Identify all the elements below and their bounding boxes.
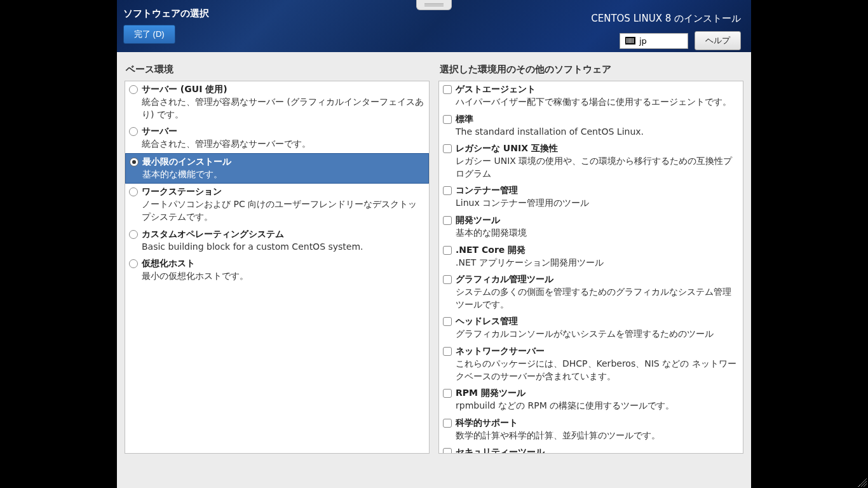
option-label: グラフィカル管理ツール: [456, 274, 738, 285]
radio-icon[interactable]: [129, 259, 138, 268]
keyboard-indicator[interactable]: jp: [620, 33, 688, 49]
checkbox-icon[interactable]: [443, 115, 452, 124]
option-label: レガシーな UNIX 互換性: [456, 143, 738, 154]
keyboard-icon: [625, 37, 635, 44]
base-env-title: ベース環境: [125, 64, 430, 76]
addon-option[interactable]: ヘッドレス管理グラフィカルコンソールがないシステムを管理するためのツール: [439, 313, 743, 343]
option-label: .NET Core 開発: [456, 245, 738, 256]
option-desc: これらのパッケージには、DHCP、Kerberos、NIS などの ネットワーク…: [456, 358, 738, 383]
done-button[interactable]: 完了 (D): [123, 25, 175, 44]
addon-option[interactable]: ゲストエージェントハイパーバイザー配下で稼働する場合に使用するエージェントです。: [439, 81, 743, 111]
option-label: ネットワークサーバー: [456, 346, 738, 357]
option-label: ワークステーション: [142, 186, 424, 198]
content: ベース環境 サーバー (GUI 使用)統合された、管理が容易なサーバー (グラフ…: [117, 52, 751, 454]
addon-option[interactable]: 開発ツール基本的な開発環境: [439, 212, 743, 242]
option-label: RPM 開発ツール: [456, 388, 738, 399]
option-label: 仮想化ホスト: [142, 258, 424, 269]
base-env-option[interactable]: サーバー (GUI 使用)統合された、管理が容易なサーバー (グラフィカルインタ…: [125, 81, 429, 123]
option-desc: ノートパソコンおよび PC 向けのユーザーフレンドリーなデスクトップシステムです…: [142, 198, 424, 223]
addon-option[interactable]: 標準The standard installation of CentOS Li…: [439, 111, 743, 141]
base-env-list[interactable]: サーバー (GUI 使用)統合された、管理が容易なサーバー (グラフィカルインタ…: [125, 81, 430, 454]
option-label: 開発ツール: [456, 215, 738, 226]
option-desc: 統合された、管理が容易なサーバー (グラフィカルインターフェイスあり) です。: [142, 96, 424, 121]
addon-option[interactable]: .NET Core 開発.NET アプリケーション開発用ツール: [439, 242, 743, 272]
keyboard-layout: jp: [639, 36, 647, 46]
option-label: ゲストエージェント: [456, 84, 738, 95]
option-label: ヘッドレス管理: [456, 316, 738, 327]
header-right: CENTOS LINUX 8 のインストール jp ヘルプ: [591, 13, 741, 50]
addon-option[interactable]: ネットワークサーバーこれらのパッケージには、DHCP、Kerberos、NIS …: [439, 343, 743, 385]
option-desc: Basic building block for a custom CentOS…: [142, 241, 424, 254]
option-label: セキュリティーツール: [456, 447, 738, 454]
checkbox-icon[interactable]: [443, 419, 452, 428]
base-env-option[interactable]: サーバー統合された、管理が容易なサーバーです。: [125, 123, 429, 153]
checkbox-icon[interactable]: [443, 275, 452, 284]
checkbox-icon[interactable]: [443, 347, 452, 356]
checkbox-icon[interactable]: [443, 186, 452, 195]
addons-title: 選択した環境用のその他のソフトウェア: [438, 64, 743, 76]
radio-icon[interactable]: [129, 85, 138, 94]
checkbox-icon[interactable]: [443, 389, 452, 398]
option-desc: 統合された、管理が容易なサーバーです。: [142, 138, 424, 151]
option-label: サーバー (GUI 使用): [142, 84, 424, 95]
option-desc: The standard installation of CentOS Linu…: [456, 126, 738, 139]
option-desc: 基本的な機能です。: [142, 168, 423, 181]
resize-grip-icon[interactable]: [858, 478, 867, 487]
checkbox-icon[interactable]: [443, 85, 452, 94]
base-env-option[interactable]: 最小限のインストール基本的な機能です。: [125, 153, 429, 184]
option-desc: rpmbuild などの RPM の構築に使用するツールです。: [456, 400, 738, 412]
checkbox-icon[interactable]: [443, 246, 452, 255]
option-label: サーバー: [142, 126, 424, 137]
radio-icon[interactable]: [129, 230, 138, 239]
installer-window: ソフトウェアの選択 完了 (D) CENTOS LINUX 8 のインストール …: [117, 0, 751, 488]
help-button[interactable]: ヘルプ: [695, 31, 741, 50]
addon-option[interactable]: コンテナー管理Linux コンテナー管理用のツール: [439, 182, 743, 212]
addon-option[interactable]: RPM 開発ツールrpmbuild などの RPM の構築に使用するツールです。: [439, 385, 743, 415]
option-desc: ハイパーバイザー配下で稼働する場合に使用するエージェントです。: [456, 96, 738, 109]
checkbox-icon[interactable]: [443, 317, 452, 326]
option-label: 科学的サポート: [456, 417, 738, 429]
radio-icon[interactable]: [130, 158, 139, 166]
option-label: 標準: [456, 114, 738, 125]
option-desc: グラフィカルコンソールがないシステムを管理するためのツール: [456, 328, 738, 341]
drag-handle-icon: [416, 0, 452, 10]
option-label: コンテナー管理: [456, 185, 738, 196]
addon-option[interactable]: 科学的サポート数学的計算や科学的計算、並列計算のツールです。: [439, 415, 743, 445]
option-desc: Linux コンテナー管理用のツール: [456, 197, 738, 210]
checkbox-icon[interactable]: [443, 216, 452, 225]
addons-list[interactable]: ゲストエージェントハイパーバイザー配下で稼働する場合に使用するエージェントです。…: [438, 81, 743, 454]
option-label: 最小限のインストール: [142, 156, 423, 168]
option-desc: レガシー UNIX 環境の使用や、この環境から移行するための互換性プログラム: [456, 155, 738, 180]
header: ソフトウェアの選択 完了 (D) CENTOS LINUX 8 のインストール …: [117, 0, 751, 52]
radio-icon[interactable]: [129, 127, 138, 136]
addon-option[interactable]: セキュリティーツール整合性や信用を検証するセキュリティツール: [439, 444, 743, 454]
base-env-option[interactable]: カスタムオペレーティングシステムBasic building block for…: [125, 226, 429, 256]
option-desc: システムの多くの側面を管理するためのグラフィカルなシステム管理ツールです。: [456, 286, 738, 311]
install-title: CENTOS LINUX 8 のインストール: [591, 13, 741, 25]
addons-panel: 選択した環境用のその他のソフトウェア ゲストエージェントハイパーバイザー配下で稼…: [438, 64, 743, 454]
option-desc: 数学的計算や科学的計算、並列計算のツールです。: [456, 430, 738, 442]
option-desc: 基本的な開発環境: [456, 227, 738, 240]
base-env-panel: ベース環境 サーバー (GUI 使用)統合された、管理が容易なサーバー (グラフ…: [125, 64, 430, 454]
option-desc: 最小の仮想化ホストです。: [142, 270, 424, 283]
base-env-option[interactable]: 仮想化ホスト最小の仮想化ホストです。: [125, 255, 429, 285]
option-label: カスタムオペレーティングシステム: [142, 229, 424, 240]
radio-icon[interactable]: [129, 187, 138, 196]
checkbox-icon[interactable]: [443, 448, 452, 454]
checkbox-icon[interactable]: [443, 144, 452, 153]
option-desc: .NET アプリケーション開発用ツール: [456, 257, 738, 269]
addon-option[interactable]: グラフィカル管理ツールシステムの多くの側面を管理するためのグラフィカルなシステム…: [439, 271, 743, 313]
addon-option[interactable]: レガシーな UNIX 互換性レガシー UNIX 環境の使用や、この環境から移行す…: [439, 140, 743, 182]
base-env-option[interactable]: ワークステーションノートパソコンおよび PC 向けのユーザーフレンドリーなデスク…: [125, 184, 429, 226]
